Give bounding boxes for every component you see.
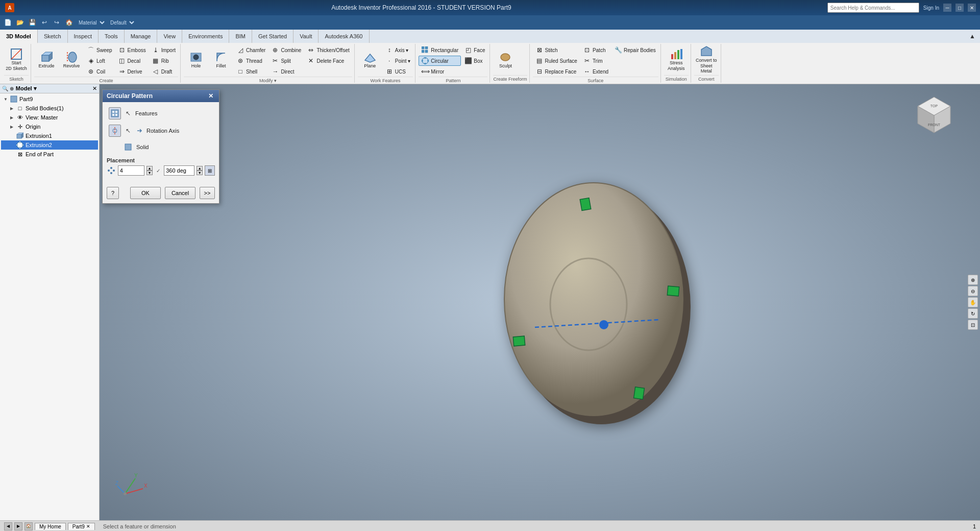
- trim-button[interactable]: ✂Trim: [580, 56, 611, 66]
- tab-bim[interactable]: BIM: [229, 30, 252, 43]
- axis-button[interactable]: ↕Axis ▾: [383, 45, 413, 55]
- expand-origin[interactable]: ▶: [9, 124, 14, 129]
- stitch-button[interactable]: ⊠Stitch: [533, 45, 580, 55]
- expand-extrusion2[interactable]: [9, 142, 14, 148]
- tree-item-origin[interactable]: ▶ ✛ Origin: [1, 122, 98, 131]
- decal-button[interactable]: ◫Decal: [115, 56, 149, 66]
- cancel-button[interactable]: Cancel: [165, 187, 195, 199]
- sculpt-button[interactable]: Sculpt: [493, 45, 518, 75]
- emboss-button[interactable]: ⊡Emboss: [115, 45, 149, 55]
- derive-button[interactable]: ⇒Derive: [115, 66, 149, 77]
- thicken-button[interactable]: ⇔Thicken/Offset: [304, 45, 352, 55]
- extrude-button[interactable]: Extrude: [34, 45, 59, 75]
- convert-sheet-metal-button[interactable]: Convert toSheet Metal: [694, 45, 719, 75]
- dialog-close-button[interactable]: ✕: [207, 92, 215, 100]
- angle-down-button[interactable]: ▼: [197, 171, 203, 175]
- tab-autodesk-a360[interactable]: Autodesk A360: [318, 30, 369, 43]
- tree-item-end-of-part[interactable]: ⊠ End of Part: [1, 150, 98, 159]
- delete-face-button[interactable]: ✕Delete Face: [304, 56, 352, 66]
- home-tab[interactable]: My Home: [35, 523, 66, 530]
- expand-extrusion1[interactable]: [9, 133, 14, 138]
- patch-button[interactable]: ⊡Patch: [580, 45, 611, 55]
- tab-manage[interactable]: Manage: [125, 30, 158, 43]
- tab-inspect[interactable]: Inspect: [68, 30, 99, 43]
- part-tab-close[interactable]: ✕: [86, 524, 90, 529]
- tree-panel-icons[interactable]: 🔍 ⊕: [2, 86, 14, 91]
- new-button[interactable]: 📄: [2, 17, 13, 28]
- dialog-title-bar[interactable]: Circular Pattern ✕: [103, 90, 219, 102]
- tree-item-part9[interactable]: ▼ Part9: [1, 94, 98, 104]
- split-button[interactable]: ✂Split: [268, 56, 304, 66]
- tab-view[interactable]: View: [157, 30, 182, 43]
- rotation-axis-select-button[interactable]: [109, 125, 121, 137]
- hole-button[interactable]: Hole: [184, 45, 208, 75]
- tab-vault[interactable]: Vault: [293, 30, 318, 43]
- undo-button[interactable]: ↩: [39, 17, 50, 28]
- start-2d-sketch-button[interactable]: Start2D Sketch: [4, 45, 29, 75]
- chamfer-button[interactable]: ◿Chamfer: [234, 45, 268, 55]
- pan-button[interactable]: ✋: [968, 297, 978, 307]
- features-select-button[interactable]: [109, 107, 121, 119]
- solid-label[interactable]: Solid: [136, 144, 149, 150]
- ok-button[interactable]: OK: [130, 187, 161, 199]
- rectangular-pattern-button[interactable]: Rectangular: [419, 45, 461, 55]
- redo-button[interactable]: ↪: [51, 17, 62, 28]
- expand-view-master[interactable]: ▶: [9, 115, 14, 120]
- fit-button[interactable]: ⊡: [968, 320, 978, 330]
- nav-prev-button[interactable]: ◀: [4, 522, 12, 530]
- revolve-button[interactable]: Revolve: [59, 45, 84, 75]
- tree-item-view-master[interactable]: ▶ 👁 View: Master: [1, 113, 98, 122]
- maximize-button[interactable]: □: [955, 4, 964, 12]
- view-cube[interactable]: FRONT TOP: [914, 94, 954, 135]
- tab-sketch[interactable]: Sketch: [38, 30, 68, 43]
- combine-button[interactable]: ⊕Combine: [268, 45, 304, 55]
- point-button[interactable]: ·Point ▾: [383, 56, 413, 66]
- plane-button[interactable]: Plane: [358, 45, 382, 75]
- rib-button[interactable]: ▦Rib: [149, 56, 178, 66]
- direct-button[interactable]: →Direct: [268, 66, 304, 77]
- tree-item-extrusion2[interactable]: Extrusion2: [1, 140, 98, 150]
- default-dropdown[interactable]: Default: [107, 18, 136, 27]
- more-button[interactable]: >>: [200, 187, 215, 199]
- sweep-button[interactable]: ⌒Sweep: [84, 45, 115, 55]
- nav-next-button[interactable]: ▶: [14, 522, 22, 530]
- count-input[interactable]: [118, 165, 144, 176]
- expand-end-of-part[interactable]: [9, 152, 14, 157]
- sign-in-link[interactable]: Sign In: [923, 5, 939, 11]
- tree-item-extrusion1[interactable]: Extrusion1: [1, 131, 98, 140]
- import-button[interactable]: ⤓Import: [149, 45, 178, 55]
- box-button[interactable]: ⬛Box: [461, 56, 487, 66]
- tab-tools[interactable]: Tools: [99, 30, 125, 43]
- rotate-button[interactable]: ↻: [968, 308, 978, 319]
- mirror-button[interactable]: ⟺Mirror: [419, 66, 461, 77]
- features-label[interactable]: Features: [135, 110, 157, 116]
- ribbon-collapse-button[interactable]: ▲: [967, 31, 978, 42]
- expand-part9[interactable]: ▼: [3, 96, 8, 102]
- zoom-in-button[interactable]: ⊕: [968, 275, 978, 285]
- count-up-button[interactable]: ▲: [146, 166, 153, 171]
- rotation-axis-label[interactable]: Rotation Axis: [146, 128, 179, 134]
- close-button[interactable]: ✕: [968, 4, 976, 12]
- tab-get-started[interactable]: Get Started: [252, 30, 293, 43]
- repair-bodies-button[interactable]: 🔧Repair Bodies: [611, 45, 658, 55]
- thread-button[interactable]: ⊛Thread: [234, 56, 268, 66]
- tree-item-solid-bodies[interactable]: ▶ □ Solid Bodies(1): [1, 104, 98, 113]
- home-button[interactable]: 🏠: [63, 17, 75, 28]
- angle-input[interactable]: [164, 165, 194, 176]
- model-collapse-icon[interactable]: ✕: [92, 85, 97, 92]
- zoom-out-button[interactable]: ⊖: [968, 286, 978, 296]
- ucs-button[interactable]: ⊞UCS: [383, 66, 413, 77]
- nav-home-button[interactable]: 🏠: [24, 522, 33, 530]
- circular-pattern-button[interactable]: Circular: [419, 56, 461, 66]
- help-button[interactable]: ?: [107, 187, 119, 199]
- count-down-button[interactable]: ▼: [146, 171, 153, 175]
- replace-face-button[interactable]: ⊟Replace Face: [533, 66, 580, 77]
- search-input[interactable]: [827, 3, 919, 13]
- tab-3d-model[interactable]: 3D Model: [0, 30, 38, 43]
- viewport[interactable]: Circular Pattern ✕ ↖ Features ↖: [100, 84, 980, 520]
- loft-button[interactable]: ◈Loft: [84, 56, 115, 66]
- coil-button[interactable]: ⊛Coil: [84, 66, 115, 77]
- material-dropdown[interactable]: Material: [76, 18, 106, 27]
- ruled-surface-button[interactable]: ▤Ruled Surface: [533, 56, 580, 66]
- angle-up-button[interactable]: ▲: [197, 166, 203, 171]
